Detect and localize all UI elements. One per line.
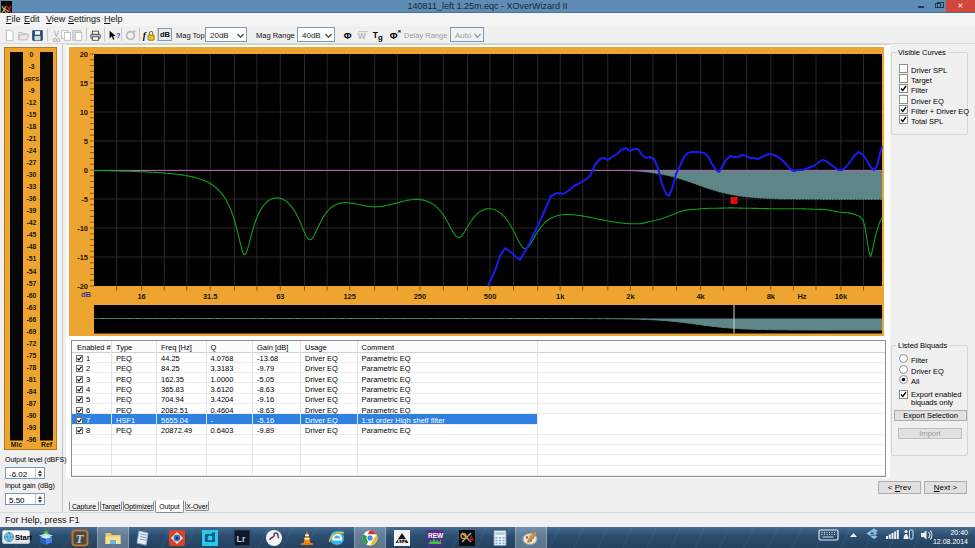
svg-text:5: 5 xyxy=(84,137,88,146)
svg-text:-15: -15 xyxy=(27,111,37,118)
svg-text:REW: REW xyxy=(428,531,444,538)
svg-text:63: 63 xyxy=(276,292,284,301)
svg-text:-36: -36 xyxy=(27,195,37,202)
svg-text:f: f xyxy=(143,31,147,41)
svg-text:31.5: 31.5 xyxy=(203,292,218,301)
svg-text:20: 20 xyxy=(80,50,88,59)
svg-text:-18: -18 xyxy=(27,123,37,130)
svg-text:125: 125 xyxy=(343,292,356,301)
svg-text:-60: -60 xyxy=(27,292,37,299)
svg-text:16: 16 xyxy=(137,292,145,301)
svg-text:-24: -24 xyxy=(27,147,37,154)
svg-text:0: 0 xyxy=(84,166,88,175)
svg-text:1k: 1k xyxy=(556,292,565,301)
svg-text:-42: -42 xyxy=(27,219,37,226)
svg-text:-54: -54 xyxy=(27,268,37,275)
svg-text:-21: -21 xyxy=(27,135,37,142)
svg-text:dBFS: dBFS xyxy=(24,76,39,82)
svg-text:-45: -45 xyxy=(27,231,37,238)
svg-text:-72: -72 xyxy=(27,340,37,347)
svg-text:-78: -78 xyxy=(27,364,37,371)
svg-text:0: 0 xyxy=(30,51,34,58)
svg-text:-84: -84 xyxy=(27,388,37,395)
svg-text:4k: 4k xyxy=(696,292,705,301)
svg-text:XTZ: XTZ xyxy=(397,539,406,544)
svg-text:Φ: Φ xyxy=(344,30,352,41)
svg-text:Φ: Φ xyxy=(390,30,398,41)
svg-text:g: g xyxy=(378,33,383,42)
svg-text:8k: 8k xyxy=(767,292,776,301)
svg-text:T: T xyxy=(76,530,85,545)
svg-text:?: ? xyxy=(116,31,120,40)
svg-text:dB: dB xyxy=(81,290,92,299)
svg-text:-30: -30 xyxy=(27,171,37,178)
svg-text:15: 15 xyxy=(80,79,88,88)
svg-text:-15: -15 xyxy=(77,253,88,262)
svg-text:-66: -66 xyxy=(27,316,37,323)
svg-text:10: 10 xyxy=(80,108,88,117)
svg-text:-93: -93 xyxy=(27,424,37,431)
svg-text:-63: -63 xyxy=(27,304,37,311)
svg-text:16k: 16k xyxy=(835,292,848,301)
svg-text:-3: -3 xyxy=(28,63,34,70)
svg-text:-33: -33 xyxy=(27,183,37,190)
svg-text:-57: -57 xyxy=(27,280,37,287)
svg-text:250: 250 xyxy=(414,292,427,301)
svg-text:T: T xyxy=(373,31,378,40)
svg-text:Ref: Ref xyxy=(41,441,53,448)
svg-text:Mic: Mic xyxy=(11,441,23,448)
svg-text:-96: -96 xyxy=(27,436,37,443)
svg-text:-51: -51 xyxy=(27,255,37,262)
svg-text:-39: -39 xyxy=(27,207,37,214)
svg-text:A: A xyxy=(469,535,474,542)
svg-text:Hz: Hz xyxy=(797,292,806,301)
svg-text:-12: -12 xyxy=(27,99,37,106)
svg-text:-48: -48 xyxy=(27,243,37,250)
svg-text:2k: 2k xyxy=(626,292,635,301)
svg-text:-69: -69 xyxy=(27,328,37,335)
svg-text:-9: -9 xyxy=(28,87,34,94)
svg-text:-81: -81 xyxy=(27,376,37,383)
svg-text:Lr: Lr xyxy=(237,534,246,544)
svg-text:-27: -27 xyxy=(27,159,37,166)
svg-text:500: 500 xyxy=(484,292,497,301)
svg-text:-10: -10 xyxy=(77,224,88,233)
svg-text:-90: -90 xyxy=(27,412,37,419)
svg-text:-87: -87 xyxy=(27,400,37,407)
svg-text:-75: -75 xyxy=(27,352,37,359)
svg-text:-5: -5 xyxy=(81,195,88,204)
